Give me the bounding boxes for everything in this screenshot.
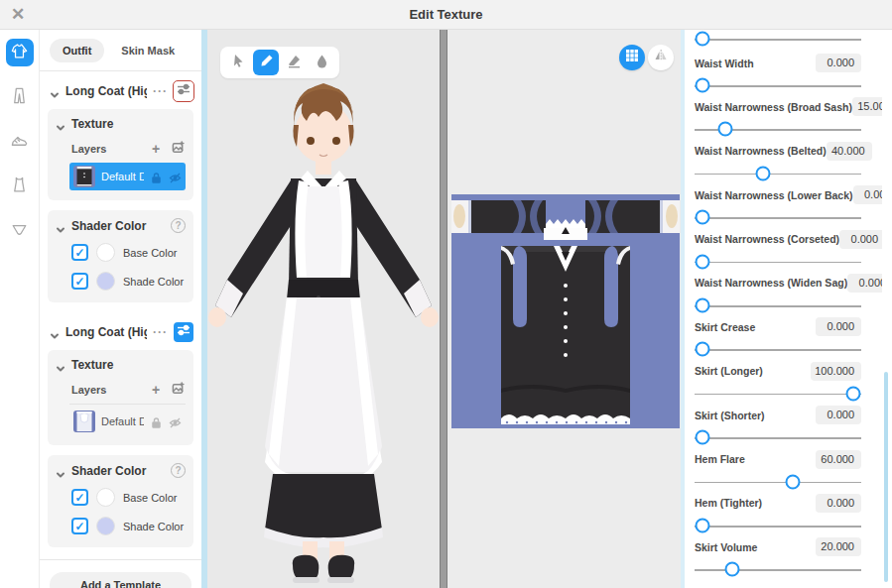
divider [40, 559, 201, 560]
skirt-icon [10, 220, 29, 243]
texture-section-title: Texture [71, 358, 186, 372]
layer-row[interactable]: Default Desi [69, 163, 186, 190]
rail-item-tops[interactable] [6, 39, 34, 66]
chevron-down-icon[interactable] [56, 466, 65, 476]
chevron-down-icon[interactable] [50, 86, 60, 96]
grid-icon [625, 49, 639, 66]
shade-color-label: Shade Color [123, 276, 184, 288]
tab-skin-mask[interactable]: Skin Mask [108, 39, 188, 62]
template-1-menu-icon[interactable]: ··· [153, 84, 168, 98]
mirror-toggle-button[interactable] [648, 45, 674, 70]
droplet-icon [315, 54, 329, 72]
model-viewport[interactable] [207, 30, 440, 588]
character-preview [207, 30, 440, 588]
slider-value[interactable]: 0.000 [839, 230, 882, 249]
shade-color-swatch[interactable] [96, 272, 115, 291]
tool-eraser[interactable] [281, 50, 307, 75]
rail-item-skirt[interactable] [6, 217, 34, 245]
tool-cursor[interactable] [225, 50, 251, 75]
slider-handle[interactable] [725, 562, 740, 577]
slider-value[interactable]: 15.000 [852, 97, 882, 116]
slider-value[interactable]: 100.000 [811, 362, 861, 381]
import-image-button[interactable] [170, 382, 186, 398]
tool-brush[interactable] [253, 50, 279, 75]
sliders-icon [177, 82, 191, 100]
eye-off-icon[interactable] [169, 171, 182, 183]
layer-name: Default Desi [101, 415, 144, 427]
slider-value[interactable]: 0.000 [847, 274, 882, 293]
template-1-texture-card: Texture Layers + Default Desi [48, 109, 193, 200]
slider-track[interactable] [695, 560, 861, 578]
slider-label: Skirt Volume [695, 541, 757, 553]
chevron-down-icon[interactable] [56, 360, 65, 370]
panel-tabs: Outfit Skin Mask [40, 30, 201, 70]
parameter-panel-scrollbar[interactable] [884, 372, 888, 582]
view-splitter[interactable] [440, 30, 447, 588]
rail-item-bottoms[interactable] [6, 83, 34, 111]
cursor-icon [231, 54, 246, 72]
slider-row: Skirt (Longer) 100.000 [695, 354, 861, 398]
slider-label: Waist Width [695, 58, 754, 69]
template-2-params-button[interactable] [174, 322, 193, 342]
slider-label: Waist Narrowness (Broad Sash) [695, 101, 852, 113]
slider-value[interactable]: 40.000 [827, 142, 872, 161]
slider-label: Waist Narrowness (Corseted) [695, 233, 839, 245]
help-icon[interactable]: ? [171, 463, 186, 478]
tool-droplet[interactable] [309, 50, 334, 75]
slider-label: Hem Flare [695, 453, 745, 465]
base-color-label: Base Color [123, 247, 177, 259]
outfit-panel: Outfit Skin Mask Long Coat (High ··· Tex… [40, 30, 201, 588]
rail-item-shoes[interactable] [6, 128, 34, 156]
layer-row[interactable]: Default Desi [69, 404, 186, 435]
template-1-params-button[interactable] [174, 81, 193, 101]
base-color-swatch[interactable] [96, 488, 115, 507]
chevron-down-icon[interactable] [56, 221, 65, 231]
template-1-shader-card: Shader Color ? ✓ Base Color ✓ Shade Colo… [48, 210, 193, 302]
slider-value[interactable]: 0.000 [816, 406, 861, 424]
texture-section-title: Texture [71, 117, 186, 131]
shade-color-label: Shade Color [123, 521, 184, 532]
help-icon[interactable]: ? [171, 218, 186, 233]
template-2-title: Long Coat (High [65, 325, 147, 339]
texture-canvas[interactable] [447, 30, 681, 588]
add-image-icon [172, 140, 185, 158]
shader-section-title: Shader Color [71, 219, 165, 233]
lock-icon[interactable] [150, 415, 163, 428]
template-1-header: Long Coat (High ··· [40, 71, 201, 109]
add-layer-button[interactable]: + [148, 141, 164, 157]
layer-thumbnail [73, 411, 95, 432]
base-color-checkbox[interactable]: ✓ [71, 489, 88, 506]
slider-row: Skirt Crease 0.000 [695, 309, 861, 353]
sliders-icon [177, 323, 191, 341]
grid-toggle-button[interactable] [619, 45, 645, 70]
tab-outfit[interactable]: Outfit [50, 39, 104, 62]
slider-value[interactable]: 0.000 [816, 494, 861, 513]
slider-value[interactable]: 0.000 [853, 185, 883, 204]
slider-label: Waist Narrowness (Belted) [695, 145, 827, 157]
slider-value[interactable]: 60.000 [816, 450, 861, 469]
rail-item-onepiece[interactable] [6, 173, 34, 200]
shade-color-checkbox[interactable]: ✓ [71, 518, 88, 534]
slider-handle[interactable] [696, 32, 710, 47]
paint-toolbar [220, 47, 339, 78]
base-color-swatch[interactable] [96, 243, 115, 262]
shade-color-checkbox[interactable]: ✓ [71, 273, 88, 290]
lock-icon[interactable] [150, 171, 163, 183]
shade-color-swatch[interactable] [96, 517, 115, 535]
chevron-down-icon[interactable] [50, 327, 60, 337]
import-image-button[interactable] [170, 141, 186, 157]
plus-icon: + [152, 142, 160, 156]
eye-off-icon[interactable] [169, 415, 182, 428]
slider-value[interactable]: 0.000 [816, 54, 861, 72]
add-layer-button[interactable]: + [148, 382, 164, 398]
slider-value[interactable]: 0.000 [816, 317, 861, 336]
base-color-checkbox[interactable]: ✓ [71, 244, 88, 261]
layers-label: Layers [71, 384, 142, 396]
chevron-down-icon[interactable] [56, 119, 65, 129]
slider-value[interactable]: 20.000 [816, 537, 861, 556]
slider-row: Skirt (Shorter) 0.000 [695, 398, 861, 441]
template-2-menu-icon[interactable]: ··· [153, 325, 168, 339]
slider-row: Waist Width 0.000 [695, 46, 861, 89]
shader-section-title: Shader Color [71, 464, 165, 478]
add-template-button[interactable]: Add a Template [50, 572, 191, 588]
